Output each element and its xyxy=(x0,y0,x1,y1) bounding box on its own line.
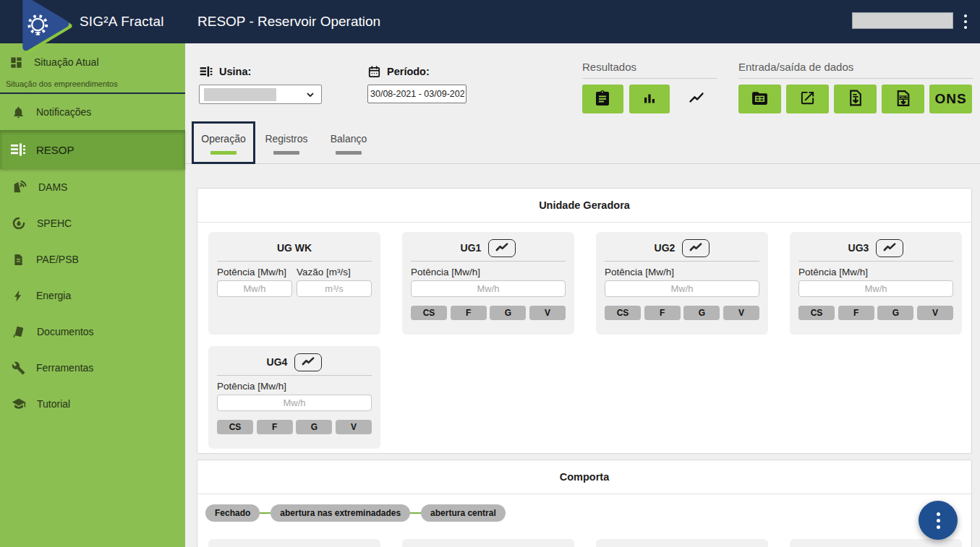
comporta-options: Fechado abertura nas extreminadades aber… xyxy=(205,504,971,522)
f-button[interactable]: F xyxy=(451,306,487,320)
card-title: UG2 xyxy=(655,242,676,254)
tab-indicator xyxy=(273,151,299,155)
file-download-button[interactable] xyxy=(834,85,877,113)
comporta-cards-row xyxy=(208,539,962,547)
sidebar-item-tutorial[interactable]: Tutorial xyxy=(0,386,185,422)
ug-wk-card: UG WK Potência [Mw/h] Vazão [m³/s] xyxy=(208,232,380,335)
ug1-chart-button[interactable] xyxy=(488,239,516,257)
potencia-input[interactable] xyxy=(798,280,953,297)
account-selector[interactable] xyxy=(852,12,953,29)
app-title: SIG²A Fractal xyxy=(80,0,164,43)
abertura-central-button[interactable]: abertura central xyxy=(421,504,506,522)
ug2-card: UG2 Potência [Mw/h] CS F G V xyxy=(596,232,768,335)
comporta-panel: Comporta Fechado abertura nas extreminad… xyxy=(197,460,972,547)
g-button[interactable]: G xyxy=(490,306,526,320)
dam-icon xyxy=(199,64,213,79)
overflow-menu-icon[interactable] xyxy=(960,13,971,30)
tab-bar: Operação Registros Balanço xyxy=(185,121,980,164)
v-button[interactable]: V xyxy=(917,306,953,320)
sidebar-item-label: RESOP xyxy=(36,144,74,156)
usina-select[interactable] xyxy=(199,85,322,104)
v-button[interactable]: V xyxy=(336,420,372,434)
sidebar-item-pae-psb[interactable]: PAE/PSB xyxy=(0,241,185,277)
potencia-label: Potência [Mw/h] xyxy=(217,267,292,277)
cs-button[interactable]: CS xyxy=(411,306,447,320)
tab-registros[interactable]: Registros xyxy=(255,121,318,163)
graduation-cap-icon xyxy=(12,397,26,411)
periodo-group: Período: xyxy=(367,64,466,103)
bolt-icon xyxy=(12,289,25,303)
calc-download-icon: CALC xyxy=(894,89,913,110)
usina-label: Usina: xyxy=(219,66,251,77)
f-button[interactable]: F xyxy=(644,306,681,320)
tab-indicator xyxy=(210,151,237,155)
usina-label-row: Usina: xyxy=(199,64,322,79)
ug4-card: UG4 Potência [Mw/h] CS F G V xyxy=(208,346,380,449)
report-button[interactable] xyxy=(582,85,623,113)
g-button[interactable]: G xyxy=(296,420,332,434)
water-swirl-icon xyxy=(12,216,26,231)
potencia-input[interactable] xyxy=(605,280,759,297)
document-icon xyxy=(12,253,25,267)
sidebar-item-notificacoes[interactable]: Notificações xyxy=(0,94,185,130)
fechado-button[interactable]: Fechado xyxy=(205,504,260,522)
card-divider xyxy=(605,261,759,262)
data-tables-button[interactable] xyxy=(738,85,781,113)
potencia-input[interactable] xyxy=(411,280,566,297)
v-button[interactable]: V xyxy=(723,306,759,320)
cs-button[interactable]: CS xyxy=(798,306,835,320)
trend-results-button[interactable] xyxy=(676,85,717,113)
sidebar-item-label: SPEHC xyxy=(37,217,72,229)
comporta-card xyxy=(596,539,768,547)
chart-results-button[interactable] xyxy=(629,85,670,113)
tab-operacao[interactable]: Operação xyxy=(192,121,255,164)
sidebar-item-label: DAMS xyxy=(38,181,67,193)
cs-button[interactable]: CS xyxy=(217,420,253,434)
panel-title: Unidade Geradora xyxy=(197,189,971,223)
sidebar-item-situacao-atual[interactable]: Situação Atual xyxy=(0,53,185,72)
g-button[interactable]: G xyxy=(877,306,913,320)
cs-button[interactable]: CS xyxy=(605,306,641,320)
kebab-dot xyxy=(937,512,940,516)
export-button[interactable] xyxy=(786,85,829,113)
tab-label: Registros xyxy=(265,133,307,145)
card-divider xyxy=(217,261,372,262)
g-button[interactable]: G xyxy=(683,306,720,320)
potencia-input[interactable] xyxy=(217,280,292,297)
trend-line-icon xyxy=(494,241,510,255)
chevron-down-icon xyxy=(305,90,315,103)
sidebar-item-spehc[interactable]: SPEHC xyxy=(0,205,185,241)
vazao-input[interactable] xyxy=(297,280,372,297)
sidebar-item-documentos[interactable]: Documentos xyxy=(0,314,185,350)
panel-title: Comporta xyxy=(197,460,971,494)
potencia-label: Potência [Mw/h] xyxy=(217,381,372,392)
sidebar-item-energia[interactable]: Energia xyxy=(0,277,185,314)
calc-download-button[interactable]: CALC xyxy=(882,85,924,113)
wrench-icon xyxy=(12,361,25,375)
ug1-card: UG1 Potência [Mw/h] CS F G V xyxy=(402,232,574,335)
ons-button[interactable]: ONS xyxy=(929,85,972,113)
sidebar-item-ferramentas[interactable]: Ferramentas xyxy=(0,350,185,386)
card-title: UG1 xyxy=(461,242,482,254)
periodo-input[interactable] xyxy=(367,85,466,103)
potencia-label: Potência [Mw/h] xyxy=(605,267,759,277)
dashboard-icon xyxy=(9,56,23,69)
ug4-chart-button[interactable] xyxy=(294,353,322,371)
sidebar-item-dams[interactable]: DAMS xyxy=(0,169,185,205)
periodo-label: Período: xyxy=(387,66,430,77)
tab-balanco[interactable]: Balanço xyxy=(318,121,380,163)
fab-menu-button[interactable] xyxy=(919,501,958,540)
v-button[interactable]: V xyxy=(529,306,566,320)
ug3-chart-button[interactable] xyxy=(876,239,903,257)
io-group: Entrada/saída de dados xyxy=(738,61,973,113)
sidebar-item-resop[interactable]: RESOP xyxy=(0,130,185,169)
potencia-input[interactable] xyxy=(217,395,372,411)
io-caption: Entrada/saída de dados xyxy=(738,61,973,79)
comporta-card xyxy=(790,539,962,547)
f-button[interactable]: F xyxy=(838,306,874,320)
trend-line-icon xyxy=(300,356,316,369)
f-button[interactable]: F xyxy=(257,420,293,434)
abertura-extremidades-button[interactable]: abertura nas extreminadades xyxy=(270,504,410,522)
trend-line-icon xyxy=(686,90,707,109)
ug2-chart-button[interactable] xyxy=(682,239,710,257)
